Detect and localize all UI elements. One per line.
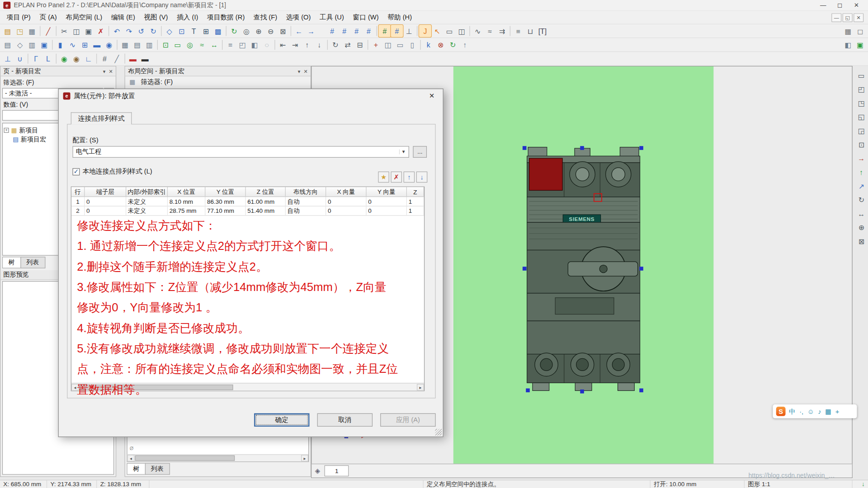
emoji-icon[interactable]: ☺ [807,408,814,415]
menu-item-h[interactable]: 帮助 (H) [383,11,416,23]
toolbar-options-icon[interactable]: ▦ [842,25,854,37]
delete-point-icon[interactable]: ✗ [391,172,401,183]
bom-icon[interactable]: ▤ [131,39,143,51]
location-pin-icon[interactable]: ◉ [71,52,83,65]
mic-icon[interactable]: ♪ [818,408,821,415]
view-corner-icon[interactable]: ◰ [236,39,249,51]
undo-icon[interactable]: ↶ [111,25,123,37]
macro-navigator-icon[interactable]: ▥ [26,39,38,51]
connection-point-icon[interactable]: ⊥ [2,52,14,65]
language-icon[interactable]: 中 [789,408,796,415]
table-row[interactable]: 10未定义8.10 mm86.30 mm61.00 mm自动001 [71,197,424,206]
menu-item-r[interactable]: 项目数据 (R) [203,11,249,23]
config-select[interactable]: 电气工程 ▼ [72,146,409,158]
grid-3-icon[interactable]: # [350,25,363,37]
collision-check-icon[interactable]: ⊗ [434,39,447,51]
section-view-icon[interactable]: ◧ [249,39,261,51]
menu-item-i[interactable]: 插入 (I) [172,11,203,23]
status-arrow-icon[interactable]: ↓ [853,480,868,488]
mirror-icon[interactable]: ⇄ [342,39,354,51]
column-header[interactable]: X 向量 [326,187,366,197]
hidden-line-icon[interactable]: ◌ [261,39,273,51]
measure-3d-icon[interactable]: ↔ [208,39,220,51]
wire-duct-icon[interactable]: ▯ [406,39,419,51]
apply-button[interactable]: 应用 (A) [380,413,435,427]
scroll-left-icon[interactable]: ◂ [127,455,135,462]
pin-icon[interactable]: ▾ [298,68,301,74]
column-header[interactable]: 内部/外部索引 [126,187,168,197]
measure-icon[interactable]: ▭ [443,25,456,37]
new-point-icon[interactable]: ★ [378,172,389,183]
table-row[interactable]: 20未定义28.75 mm77.10 mm51.40 mm自动001 [71,206,424,216]
dialog-titlebar[interactable]: e 属性(元件): 部件放置 ✕ [59,89,443,102]
zoom-area-icon[interactable]: ◎ [240,25,252,37]
column-header[interactable]: Z 位置 [246,187,286,197]
menu-item-v[interactable]: 视图 (V) [140,11,173,23]
layout-space-icon[interactable]: ⊡ [160,39,172,51]
column-header[interactable]: Y 向量 [367,187,407,197]
mounting-panel-icon[interactable]: ▭ [172,39,184,51]
cancel-button[interactable]: 取消 [317,413,373,427]
sheet-tab-1[interactable]: 1 [325,465,349,476]
jump-point-icon[interactable]: J [419,25,431,37]
insert-image-icon[interactable]: ▩ [212,25,224,37]
tab-list[interactable]: 列表 [20,257,45,268]
menu-item-a[interactable]: 页 (A) [35,11,61,23]
move-down-icon[interactable]: ↓ [416,172,427,183]
insert-table-icon[interactable]: ⊞ [200,25,212,37]
design-mode-icon[interactable]: ◫ [456,25,468,37]
tab-tree[interactable]: 树 [2,257,21,268]
menu-item-l[interactable]: 布局空间 (L) [61,11,107,23]
menu-item-o[interactable]: 选项 (O) [282,11,315,23]
layers-icon[interactable]: ≡ [224,39,236,51]
snap-grid-icon[interactable]: # [391,25,403,37]
ok-button[interactable]: 确定 [254,413,309,427]
angle-connector-icon[interactable]: L [42,52,54,65]
sogou-logo-icon[interactable]: S [776,407,786,416]
dark-layer-icon[interactable]: ▬ [139,52,151,65]
settings-wrench-icon[interactable]: ╱ [42,25,54,37]
reports-icon[interactable]: ▥ [143,39,156,51]
layout-panel-header[interactable]: 布局空间 - 新项目宏 ▾ ✕ [125,66,311,76]
corner-br-icon[interactable]: ◲ [855,125,868,137]
grid-1-icon[interactable]: # [326,25,338,37]
plc-icon[interactable]: ⊞ [79,39,91,51]
cable-icon[interactable]: ∿ [66,39,79,51]
corner-bl-icon[interactable]: ◱ [855,111,868,123]
back-icon[interactable]: ← [293,25,305,37]
close-icon[interactable]: ✕ [304,68,308,74]
filter-icon[interactable]: ▦ [127,78,137,87]
insert-device-icon[interactable]: [T] [537,25,549,37]
grid-display-icon[interactable]: # [379,25,391,37]
column-header[interactable]: 行 [71,187,85,197]
new-icon[interactable]: ▤ [2,25,14,37]
column-header[interactable]: Z [407,187,424,197]
rotate-icon[interactable]: ↻ [330,39,342,51]
move-up-icon[interactable]: ↑ [404,172,415,183]
column-header[interactable]: X 位置 [168,187,205,197]
config-browse-button[interactable]: ... [413,146,427,158]
redo-icon[interactable]: ↷ [123,25,135,37]
auto-route-icon[interactable]: ⇉ [496,25,508,37]
scroll-right-icon[interactable]: ▸ [301,455,308,462]
open-icon[interactable]: ◳ [14,25,26,37]
siemens-breaker-3d-model[interactable]: SIEMENS [519,144,648,395]
delete-icon[interactable]: ✗ [94,25,107,37]
device-navigator-icon[interactable]: ▣ [38,39,50,51]
pin-icon[interactable]: ▾ [103,68,106,74]
paste-icon[interactable]: ▣ [82,25,94,37]
placement-point-icon[interactable]: ◉ [58,52,71,65]
mdi-restore-icon[interactable]: ◱ [843,13,853,22]
insert-symbol-icon[interactable]: ◇ [163,25,175,37]
zoom-out-icon[interactable]: ⊖ [264,25,277,37]
mdi-minimize-icon[interactable]: — [831,13,841,22]
symbol-navigator-icon[interactable]: ◇ [14,39,26,51]
logic-preview-icon[interactable]: ∿ [472,25,484,37]
redo-list-icon[interactable]: ↻ [147,25,160,37]
options-icon[interactable]: ≡ [512,25,524,37]
print-icon[interactable]: ▦ [26,25,38,37]
fit-view-icon[interactable]: ⊠ [855,235,868,247]
tab-tree[interactable]: 树 [127,463,145,475]
dialog-close-icon[interactable]: ✕ [425,92,438,99]
pan-view-icon[interactable]: ↔ [855,207,868,220]
